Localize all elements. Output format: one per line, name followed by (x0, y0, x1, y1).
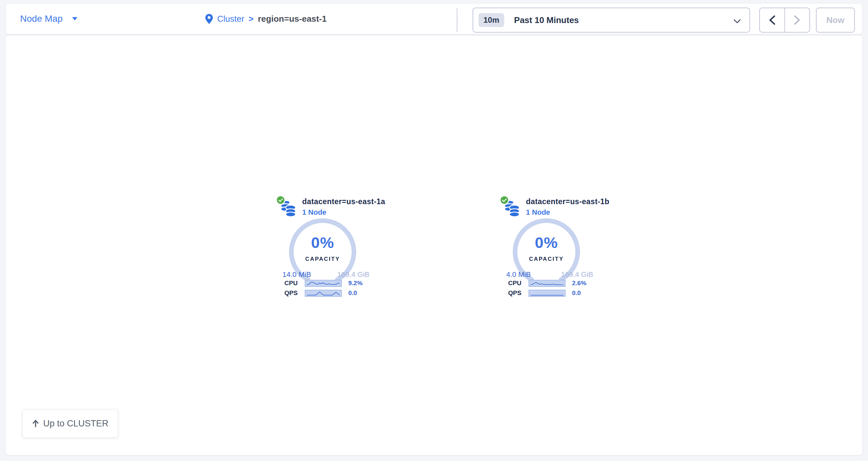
cpu-metric-row: CPU 2.6% (508, 279, 594, 287)
capacity-values: 14.0 MiB 169.4 GiB (282, 270, 369, 279)
chevron-down-icon (734, 19, 741, 23)
caret-down-icon (72, 17, 78, 21)
chevron-left-icon (769, 15, 775, 25)
locality-node-count: 1 Node (302, 208, 385, 217)
locality-title: datacenter=us-east-1a (302, 197, 385, 206)
breadcrumb-separator: > (248, 14, 253, 24)
time-range-label: Past 10 Minutes (514, 15, 579, 25)
location-pin-icon (205, 14, 213, 24)
capacity-used: 14.0 MiB (282, 270, 311, 279)
view-selector-label: Node Map (20, 13, 63, 24)
cpu-label: CPU (284, 279, 302, 287)
qps-sparkline (529, 290, 565, 297)
arrow-up-icon (32, 420, 39, 428)
capacity-label: CAPACITY (498, 256, 594, 262)
node-map-canvas: datacenter=us-east-1a 1 Node 0% CAPACITY… (5, 35, 863, 455)
qps-label: QPS (284, 290, 302, 297)
top-toolbar: Node Map Cluster > region=us-east-1 10m … (5, 3, 863, 34)
capacity-percent: 0% (498, 233, 594, 252)
locality-card-us-east-1a[interactable]: datacenter=us-east-1a 1 Node 0% CAPACITY… (275, 194, 371, 303)
cpu-sparkline (305, 280, 342, 287)
locality-header: datacenter=us-east-1a 1 Node (302, 197, 385, 217)
time-step-forward-button[interactable] (785, 8, 809, 32)
check-circle-icon (276, 195, 285, 205)
capacity-total: 169.4 GiB (561, 270, 593, 279)
time-step-buttons (759, 7, 810, 33)
cpu-value: 9.2% (348, 279, 363, 287)
cpu-sparkline (529, 280, 565, 287)
capacity-total: 169.4 GiB (337, 270, 369, 279)
qps-value: 0.0 (348, 290, 357, 297)
locality-card-us-east-1b[interactable]: datacenter=us-east-1b 1 Node 0% CAPACITY… (498, 194, 594, 303)
chevron-right-icon (794, 15, 801, 25)
qps-metric-row: QPS 0.0 (508, 290, 594, 297)
locality-title: datacenter=us-east-1b (526, 197, 609, 206)
header-divider (457, 8, 457, 32)
cpu-label: CPU (508, 279, 525, 287)
breadcrumb-current: region=us-east-1 (258, 14, 327, 24)
cpu-metric-row: CPU 9.2% (284, 279, 371, 287)
view-selector-dropdown[interactable]: Node Map (20, 4, 78, 34)
capacity-used: 4.0 MiB (506, 270, 531, 279)
locality-node-count: 1 Node (526, 208, 609, 217)
now-button[interactable]: Now (816, 7, 855, 33)
qps-sparkline (305, 290, 342, 297)
capacity-values: 4.0 MiB 169.4 GiB (506, 270, 593, 279)
qps-metric-row: QPS 0.0 (284, 290, 371, 297)
time-range-badge: 10m (478, 13, 504, 27)
time-step-back-button[interactable] (760, 8, 785, 32)
capacity-label: CAPACITY (275, 256, 371, 262)
breadcrumb: Cluster > region=us-east-1 (205, 4, 327, 34)
breadcrumb-cluster-link[interactable]: Cluster (217, 14, 244, 24)
up-to-cluster-label: Up to CLUSTER (43, 419, 108, 429)
qps-value: 0.0 (572, 290, 581, 297)
capacity-percent: 0% (275, 233, 371, 252)
locality-header: datacenter=us-east-1b 1 Node (526, 197, 609, 217)
time-range-dropdown[interactable]: 10m Past 10 Minutes (472, 7, 750, 33)
qps-label: QPS (508, 290, 525, 297)
up-to-cluster-button[interactable]: Up to CLUSTER (23, 409, 118, 438)
cpu-value: 2.6% (572, 279, 586, 287)
check-circle-icon (500, 195, 509, 205)
